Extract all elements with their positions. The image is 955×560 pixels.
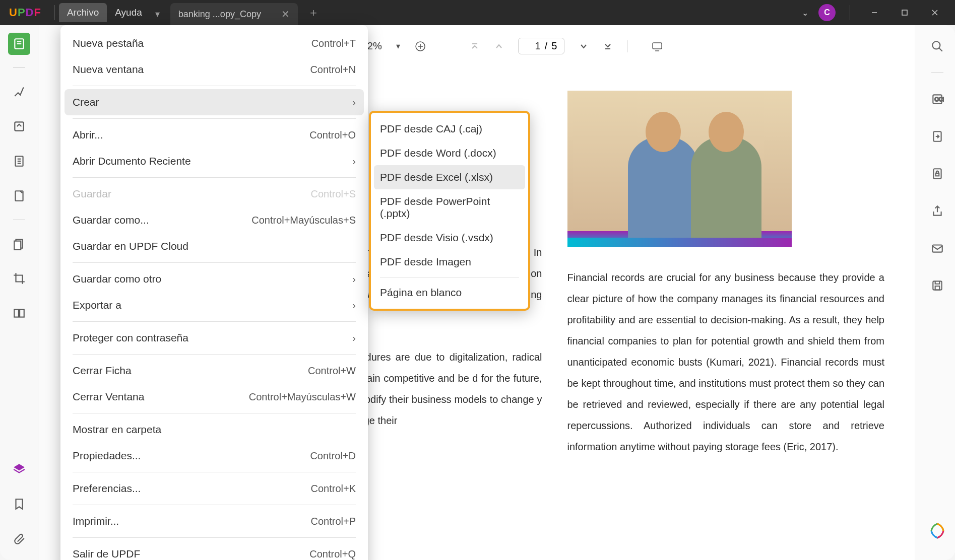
submenu-item-blanco[interactable]: Página en blanco [371,281,528,305]
separator [73,86,356,86]
svg-rect-1 [902,10,907,15]
maximize-button[interactable] [895,5,915,20]
document-tab[interactable]: ▾ banking ...opy_Copy ✕ [170,3,298,25]
chevron-down-icon[interactable]: ⌄ [802,8,808,18]
protect-icon[interactable] [926,163,948,185]
ai-assistant-icon[interactable] [928,522,946,540]
crop-tool-icon[interactable] [8,267,30,290]
menu-item-crear[interactable]: Crear› [65,89,364,115]
page-separator: / [545,40,548,52]
menu-archivo[interactable]: Archivo [59,3,107,22]
menu-item-abrir[interactable]: Abrir...Control+O [60,122,368,148]
menu-item-guardar: GuardarControl+S [60,181,368,207]
menu-item-nueva-pestana[interactable]: Nueva pestañaControl+T [60,30,368,56]
user-avatar[interactable]: C [818,4,836,21]
menu-ayuda[interactable]: Ayuda [107,3,150,22]
svg-rect-32 [936,173,939,176]
svg-point-26 [932,41,940,49]
share-icon[interactable] [926,200,948,222]
separator [13,220,25,220]
organize-tool-icon[interactable] [8,233,30,255]
highlight-tool-icon[interactable] [8,81,30,103]
main-area: 122% ▾ / 5 viron-cessitates the digital … [0,25,955,560]
menu-item-guardar-otro[interactable]: Guardar como otro› [60,266,368,292]
separator [380,277,519,277]
titlebar: UPDF Archivo Ayuda ▾ banking ...opy_Copy… [0,0,955,25]
menu-item-imprimir[interactable]: Imprimir...Control+P [60,508,368,534]
submenu-item-word[interactable]: PDF desde Word (.docx) [371,141,528,165]
menu-item-cerrar-ventana[interactable]: Cerrar VentanaControl+Mayúsculas+W [60,384,368,410]
separator [73,262,356,263]
svg-text:OCR: OCR [935,96,944,102]
next-page-button[interactable] [579,41,589,51]
left-sidebar [0,25,38,560]
bookmark-icon[interactable] [8,493,30,515]
close-icon[interactable]: ✕ [281,8,290,20]
separator [931,73,943,73]
separator [73,505,356,505]
menu-item-nueva-ventana[interactable]: Nueva ventanaControl+N [60,56,368,83]
menu-item-salir[interactable]: Salir de UPDFControl+Q [60,541,368,560]
submenu-item-visio[interactable]: PDF desde Visio (.vsdx) [371,226,528,250]
close-button[interactable] [925,5,945,20]
zoom-dropdown-icon[interactable]: ▾ [396,41,400,51]
separator [73,413,356,413]
svg-rect-14 [14,241,21,250]
email-icon[interactable] [926,237,948,259]
menu-item-propiedades[interactable]: Propiedades...Control+D [60,443,368,469]
svg-rect-15 [14,309,19,317]
app-logo: UPDF [0,6,50,19]
reader-tool-icon[interactable] [8,33,30,55]
minimize-button[interactable] [864,5,884,20]
chevron-right-icon: › [352,299,356,311]
menu-item-preferencias[interactable]: Preferencias...Control+K [60,475,368,502]
save-icon[interactable] [926,274,948,297]
presentation-button[interactable] [651,40,663,52]
convert-icon[interactable] [926,125,948,148]
submenu-item-excel[interactable]: PDF desde Excel (.xlsx) [374,165,525,189]
first-page-button[interactable] [470,41,480,51]
prev-page-button[interactable] [494,41,504,51]
svg-rect-16 [20,309,24,317]
tab-dropdown-icon[interactable]: ▾ [155,9,160,20]
edit-tool-icon[interactable] [8,115,30,137]
separator [850,5,850,20]
svg-rect-7 [15,122,23,130]
search-icon[interactable] [926,35,948,57]
page-total: 5 [551,40,557,52]
ocr-icon[interactable]: OCR [926,88,948,110]
separator [73,118,356,119]
menu-item-abrir-reciente[interactable]: Abrir Dcumento Reciente› [60,148,368,174]
left-sidebar-bottom [8,458,30,550]
attachment-icon[interactable] [8,528,30,550]
menu-item-guardar-cloud[interactable]: Guardar en UPDF Cloud [60,233,368,259]
menu-item-guardar-como[interactable]: Guardar como...Control+Mayúsculas+S [60,207,368,233]
tab-title: banking ...opy_Copy [178,9,261,20]
separator [54,5,55,20]
separator [73,321,356,322]
menu-item-exportar[interactable]: Exportar a› [60,292,368,318]
submenu-item-ppt[interactable]: PDF desde PowerPoint (.pptx) [371,189,528,226]
submenu-item-caj[interactable]: PDF desde CAJ (.caj) [371,117,528,141]
layers-icon[interactable] [8,458,30,480]
svg-rect-24 [653,43,662,49]
separator [73,472,356,472]
page-tool-icon[interactable] [8,150,30,172]
view-toolbar: 122% ▾ / 5 [330,38,664,54]
menu-item-mostrar-carpeta[interactable]: Mostrar en carpeta [60,416,368,443]
menu-item-cerrar-ficha[interactable]: Cerrar FichaControl+W [60,358,368,384]
zoom-in-button[interactable] [414,40,426,52]
svg-rect-33 [932,245,942,252]
submenu-item-imagen[interactable]: PDF desde Imagen [371,250,528,274]
form-tool-icon[interactable] [8,185,30,207]
menu-item-proteger[interactable]: Proteger con contraseña› [60,325,368,351]
compare-tool-icon[interactable] [8,302,30,324]
new-tab-button[interactable]: ＋ [308,5,319,20]
window-controls: ⌄ C [802,4,955,21]
document-image [567,91,792,247]
separator [73,537,356,538]
chevron-right-icon: › [352,273,356,285]
chevron-right-icon: › [352,332,356,344]
last-page-button[interactable] [603,41,613,51]
page-input[interactable] [526,40,541,52]
